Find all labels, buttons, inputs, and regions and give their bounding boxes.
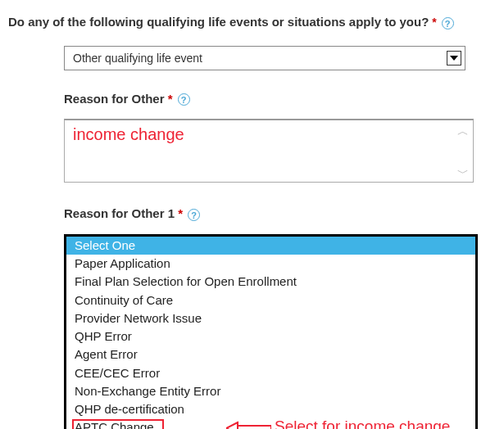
help-icon[interactable]: ?: [188, 209, 200, 221]
reason-other-1-label-row: Reason for Other 1 * ?: [64, 206, 496, 221]
required-mark: *: [178, 206, 183, 220]
reason-other-1-label: Reason for Other 1: [64, 206, 175, 220]
list-item[interactable]: QHP Error: [66, 327, 475, 345]
reason-other-textarea[interactable]: [64, 119, 474, 183]
list-item[interactable]: Paper Application: [66, 255, 475, 273]
help-icon[interactable]: ?: [178, 93, 190, 106]
list-item[interactable]: Non-Exchange Entity Error: [66, 382, 475, 400]
help-icon[interactable]: ?: [442, 17, 454, 29]
reason-other-label: Reason for Other: [64, 92, 165, 106]
list-item[interactable]: Provider Network Issue: [66, 309, 475, 327]
question-label: Do any of the following qualifying life …: [8, 15, 429, 29]
required-mark: *: [432, 16, 436, 29]
life-event-dropdown[interactable]: Other qualifying life event: [64, 46, 465, 70]
list-item[interactable]: Continuity of Care: [66, 291, 475, 309]
reason-other-1-listbox-wrap: Select One Paper Application Final Plan …: [64, 234, 478, 429]
list-item[interactable]: CEE/CEC Error: [66, 364, 475, 382]
list-item[interactable]: Select One: [66, 237, 475, 255]
list-item[interactable]: APTC Change: [66, 418, 475, 429]
chevron-down-icon: [447, 51, 461, 65]
life-event-value: Other qualifying life event: [73, 52, 202, 65]
list-item[interactable]: QHP de-certification: [66, 400, 475, 418]
reason-other-1-listbox[interactable]: Select One Paper Application Final Plan …: [66, 237, 475, 429]
reason-other-textarea-wrap: ︿ ﹀: [64, 119, 474, 185]
list-item[interactable]: Agent Error: [66, 345, 475, 364]
required-mark: *: [168, 92, 173, 106]
life-event-field: Other qualifying life event Reason for O…: [64, 46, 496, 429]
list-item[interactable]: Final Plan Selection for Open Enrollment: [66, 273, 475, 291]
question-row: Do any of the following qualifying life …: [8, 15, 496, 29]
reason-other-label-row: Reason for Other * ?: [64, 92, 496, 106]
